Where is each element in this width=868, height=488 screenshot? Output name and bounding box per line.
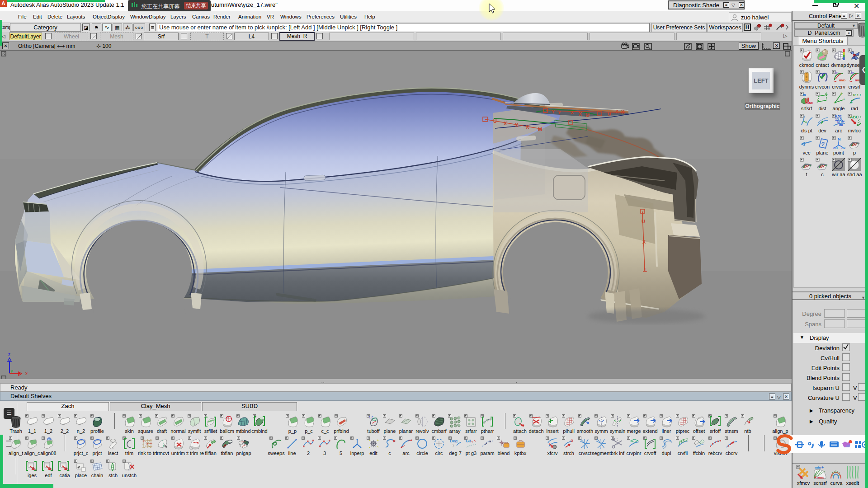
svg-text:X: X [642, 239, 646, 244]
svg-text:X: X [515, 122, 519, 128]
svg-text:R 1.0: R 1.0 [853, 93, 861, 97]
svg-text:X: X [621, 109, 625, 115]
svg-text:du: du [839, 123, 843, 127]
svg-text:x: x [25, 371, 28, 376]
svg-text:Y: Y [552, 109, 555, 114]
svg-text:N: N [838, 137, 841, 141]
svg-text:+: + [834, 100, 836, 105]
svg-text:X: X [526, 124, 529, 130]
svg-text:U: U [493, 118, 497, 124]
svg-text:⊥: ⊥ [643, 267, 647, 272]
svg-text:+: + [816, 98, 819, 103]
svg-text:X: X [615, 109, 619, 114]
svg-text:+: + [826, 93, 828, 97]
svg-text:X: X [579, 111, 582, 117]
svg-text:z: z [8, 352, 10, 357]
svg-text:Deg: Deg [450, 439, 458, 443]
svg-text:✦max: ✦max [814, 475, 824, 479]
svg-text:X: X [571, 110, 574, 115]
svg-text:dv: dv [841, 120, 844, 123]
svg-text:max: max [839, 78, 845, 82]
svg-text:in: in [803, 93, 806, 96]
svg-text:du: du [833, 146, 838, 150]
svg-text:Y: Y [558, 110, 561, 115]
svg-text:U: U [608, 111, 611, 117]
svg-text:1.0: 1.0 [369, 416, 373, 419]
svg-text:+: + [805, 120, 807, 125]
svg-text:M: M [585, 113, 590, 118]
svg-text:dv: dv [841, 146, 845, 150]
svg-text:ABC: ABC [850, 115, 859, 119]
svg-text:+: + [843, 97, 845, 102]
svg-text:X: X [504, 121, 507, 126]
svg-text:U: U [642, 219, 645, 224]
svg-text:+: + [840, 92, 843, 96]
svg-text:M: M [538, 127, 542, 132]
svg-text:min✦: min✦ [815, 465, 824, 469]
svg-text:G3: G3 [466, 439, 471, 443]
svg-text:7: 7 [452, 444, 454, 448]
svg-text:max: max [806, 101, 813, 105]
svg-text:y: y [11, 369, 13, 373]
svg-text:+: + [850, 100, 853, 105]
